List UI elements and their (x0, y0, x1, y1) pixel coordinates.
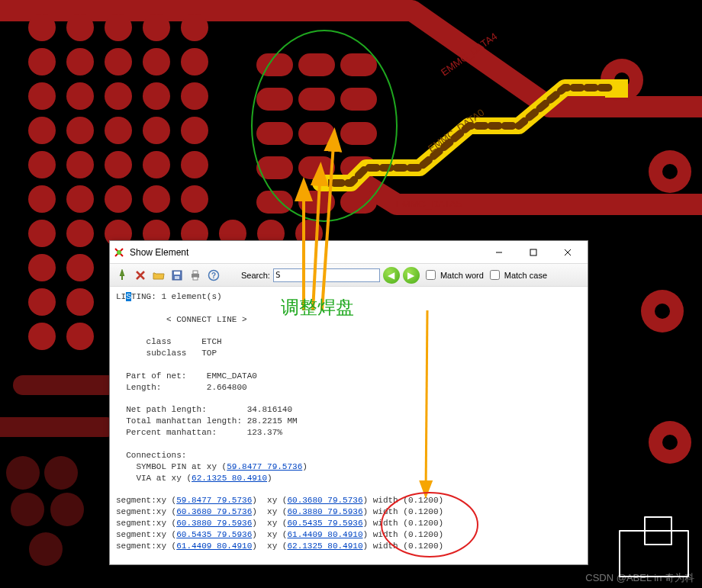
listing-content[interactable]: LISTING: 1 element(s) < CONNECT LINE > c… (110, 287, 588, 564)
search-label: Search: (241, 271, 270, 280)
svg-rect-7 (193, 271, 198, 274)
app-icon (113, 246, 125, 259)
svg-rect-2 (530, 249, 536, 255)
svg-rect-5 (175, 276, 179, 279)
open-icon[interactable] (151, 268, 166, 283)
minimize-button[interactable] (481, 242, 516, 263)
pin-icon[interactable] (114, 268, 130, 283)
match-case-checkbox[interactable]: Match case (487, 268, 547, 282)
search-next-button[interactable]: ▶ (403, 267, 420, 284)
window-title: Show Element (130, 247, 481, 258)
save-icon[interactable] (169, 268, 185, 283)
search-prev-button[interactable]: ◀ (383, 267, 400, 284)
svg-rect-4 (174, 272, 180, 275)
svg-text:?: ? (211, 272, 216, 280)
match-word-checkbox[interactable]: Match word (423, 268, 484, 282)
close-button[interactable] (550, 242, 584, 263)
delete-icon[interactable] (133, 268, 148, 283)
svg-rect-8 (193, 277, 198, 280)
print-icon[interactable] (188, 268, 203, 283)
search-input[interactable] (273, 268, 380, 282)
show-element-window: Show Element ? Search: ◀ ▶ Match word Ma… (109, 240, 588, 565)
titlebar[interactable]: Show Element (110, 241, 588, 264)
svg-point-0 (117, 250, 121, 255)
help-icon[interactable]: ? (206, 268, 221, 283)
maximize-button[interactable] (516, 242, 550, 263)
toolbar: ? Search: ◀ ▶ Match word Match case (110, 264, 588, 287)
